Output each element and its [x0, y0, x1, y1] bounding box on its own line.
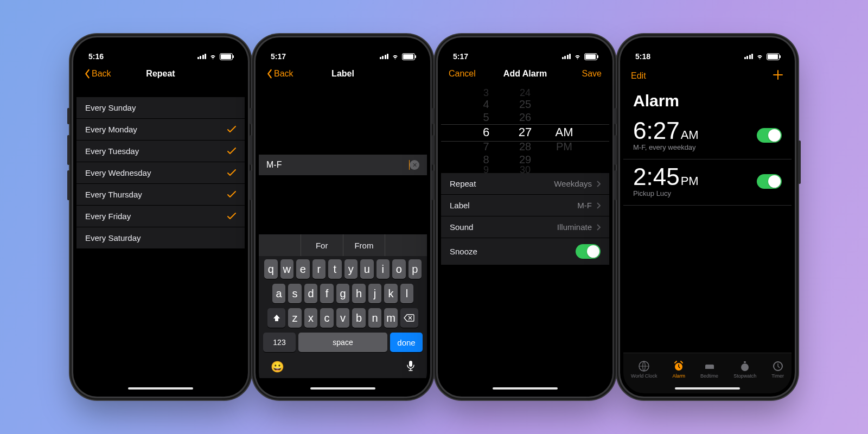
stopwatch-icon — [739, 360, 751, 372]
status-time: 5:17 — [271, 52, 286, 61]
svg-rect-0 — [409, 361, 412, 367]
svg-point-5 — [741, 363, 749, 371]
key-t[interactable]: t — [328, 259, 342, 279]
key-space[interactable]: space — [298, 333, 387, 352]
label-input[interactable]: M-F — [266, 160, 410, 170]
signal-icon — [197, 54, 207, 59]
key-n[interactable]: n — [368, 308, 382, 328]
predictive-word[interactable]: From — [343, 234, 386, 256]
status-icons — [380, 53, 416, 60]
key-v[interactable]: v — [336, 308, 350, 328]
predictive-word[interactable] — [259, 234, 301, 256]
alarm-time: 2:45PM — [633, 165, 699, 189]
predictive-word[interactable]: For — [301, 234, 343, 256]
setting-row-label[interactable]: LabelM-F — [441, 195, 609, 216]
key-p[interactable]: p — [409, 259, 422, 279]
day-label: Every Wednesday — [85, 168, 151, 177]
cancel-button[interactable]: Cancel — [449, 69, 476, 79]
repeat-day-row[interactable]: Every Tuesday — [76, 141, 245, 162]
battery-icon — [584, 53, 597, 60]
wifi-icon — [391, 54, 399, 60]
key-z[interactable]: z — [288, 308, 302, 328]
tab-stopwatch[interactable]: Stopwatch — [733, 360, 756, 379]
tab-alarm[interactable]: Alarm — [672, 360, 685, 379]
key-w[interactable]: w — [280, 259, 294, 279]
back-button[interactable]: Back — [266, 69, 293, 79]
key-l[interactable]: l — [400, 284, 414, 303]
battery-icon — [767, 53, 780, 60]
repeat-day-row[interactable]: Every Monday — [76, 119, 245, 141]
repeat-day-row[interactable]: Every Saturday — [76, 227, 245, 249]
tab-bedtime[interactable]: Bedtime — [700, 360, 718, 379]
key-f[interactable]: f — [320, 284, 334, 303]
repeat-day-row[interactable]: Every Sunday — [76, 97, 245, 119]
key-done[interactable]: done — [390, 333, 423, 352]
clear-text-button[interactable]: ✕ — [410, 160, 419, 170]
home-indicator[interactable] — [493, 387, 558, 390]
setting-row-sound[interactable]: SoundIlluminate — [441, 216, 609, 238]
alarm-toggle[interactable] — [757, 174, 782, 189]
repeat-day-row[interactable]: Every Thursday — [76, 184, 245, 206]
timer-icon — [772, 360, 784, 372]
phone-label: 5:17 Back Label M-F ✕ ForFrom qwertyuiop… — [256, 37, 430, 397]
shift-key[interactable] — [267, 308, 285, 328]
repeat-day-row[interactable]: Every Wednesday — [76, 162, 245, 184]
key-m[interactable]: m — [384, 308, 398, 328]
snooze-toggle[interactable] — [576, 244, 601, 259]
home-indicator[interactable] — [675, 387, 740, 390]
day-label: Every Sunday — [85, 103, 136, 112]
edit-button[interactable]: Edit — [631, 71, 646, 81]
key-s[interactable]: s — [288, 284, 302, 303]
key-b[interactable]: b — [352, 308, 366, 328]
time-picker[interactable]: 324 425 526 627AM 728PM 829 930 — [441, 86, 609, 173]
home-indicator[interactable] — [310, 387, 375, 390]
alarm-subtitle: Pickup Lucy — [633, 189, 699, 197]
key-e[interactable]: e — [296, 259, 310, 279]
home-indicator[interactable] — [128, 387, 193, 390]
status-icons — [197, 53, 233, 60]
tab-timer[interactable]: Timer — [771, 360, 784, 379]
label-input-row[interactable]: M-F ✕ — [259, 155, 427, 175]
mic-icon[interactable] — [406, 360, 415, 374]
signal-icon — [562, 54, 571, 59]
predictive-word[interactable] — [385, 234, 427, 256]
emoji-icon[interactable]: 😀 — [271, 360, 284, 374]
alarm-row[interactable]: 2:45PM Pickup Lucy — [623, 159, 792, 206]
key-i[interactable]: i — [376, 259, 390, 279]
battery-icon — [220, 53, 233, 60]
key-r[interactable]: r — [312, 259, 326, 279]
key-u[interactable]: u — [360, 259, 374, 279]
chevron-left-icon — [266, 69, 273, 79]
nav-title: Repeat — [146, 69, 175, 79]
back-button[interactable]: Back — [84, 69, 111, 79]
backspace-key[interactable] — [400, 308, 418, 328]
battery-icon — [402, 53, 415, 60]
repeat-day-row[interactable]: Every Friday — [76, 206, 245, 227]
checkmark-icon — [227, 169, 236, 176]
tab-world-clock[interactable]: World Clock — [631, 360, 657, 379]
alarm-row[interactable]: 6:27AM M-F, every weekday — [623, 113, 792, 159]
key-g[interactable]: g — [336, 284, 350, 303]
key-x[interactable]: x — [304, 308, 318, 328]
chevron-right-icon — [596, 224, 601, 231]
keyboard: qwertyuiop asdfghjkl zxcvbnm 123 space d… — [259, 256, 427, 378]
key-h[interactable]: h — [352, 284, 366, 303]
alarm-toggle[interactable] — [757, 128, 782, 143]
key-123[interactable]: 123 — [263, 333, 296, 352]
key-a[interactable]: a — [272, 284, 286, 303]
key-q[interactable]: q — [264, 259, 278, 279]
wifi-icon — [756, 54, 764, 60]
status-time: 5:16 — [88, 52, 104, 61]
key-j[interactable]: j — [368, 284, 382, 303]
svg-rect-4 — [705, 368, 714, 369]
bedtime-icon — [704, 360, 716, 372]
setting-row-repeat[interactable]: RepeatWeekdays — [441, 173, 609, 195]
key-d[interactable]: d — [304, 284, 318, 303]
key-o[interactable]: o — [392, 259, 406, 279]
save-button[interactable]: Save — [582, 69, 602, 79]
key-k[interactable]: k — [384, 284, 398, 303]
key-y[interactable]: y — [344, 259, 358, 279]
checkmark-icon — [227, 213, 236, 220]
key-c[interactable]: c — [320, 308, 334, 328]
add-alarm-button[interactable] — [772, 69, 784, 83]
